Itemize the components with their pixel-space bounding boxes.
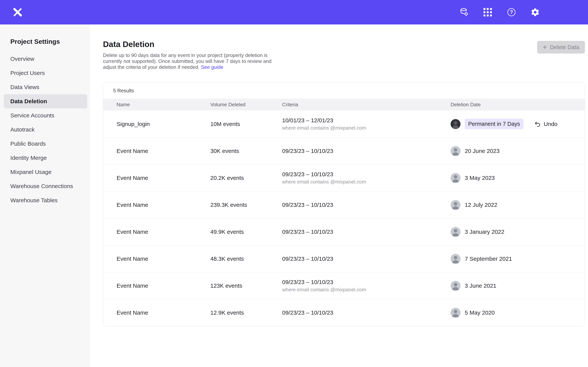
volume-deleted: 10M events <box>210 121 282 127</box>
event-name: Event Name <box>117 148 210 154</box>
sidebar-item-project-users[interactable]: Project Users <box>4 66 87 80</box>
volume-deleted: 12.9K events <box>210 309 282 316</box>
sidebar-title: Project Settings <box>10 38 90 45</box>
status-badge: Permanent in 7 Days <box>465 119 524 129</box>
sidebar-item-public-boards[interactable]: Public Boards <box>4 137 87 151</box>
topbar: ? <box>0 0 588 25</box>
criteria-range: 09/23/23 – 10/10/23 <box>282 202 450 208</box>
mixpanel-logo-icon <box>12 7 23 17</box>
event-name: Event Name <box>117 202 210 208</box>
event-name: Event Name <box>117 175 210 181</box>
volume-deleted: 30K events <box>210 148 282 154</box>
criteria-range: 09/23/23 – 10/10/23 <box>282 309 450 316</box>
criteria-range: 10/01/23 – 12/01/23 <box>282 117 450 124</box>
sidebar-item-identity-merge[interactable]: Identity Merge <box>4 151 87 165</box>
avatar <box>450 173 460 183</box>
results-card: 5 Results Name Volume Deleted Criteria D… <box>103 82 585 326</box>
column-header-criteria: Criteria <box>282 102 450 108</box>
table-row: Event Name 12.9K events 09/23/23 – 10/10… <box>103 299 585 326</box>
avatar <box>450 281 460 291</box>
topbar-icons: ? <box>459 7 540 17</box>
avatar <box>450 200 460 210</box>
table-row: Event Name 123K events 09/23/23 – 10/10/… <box>103 272 585 299</box>
deletion-date: 5 May 2020 <box>465 309 495 316</box>
volume-deleted: 49.9K events <box>210 229 282 235</box>
undo-button[interactable]: Undo <box>534 121 558 127</box>
criteria-range: 09/23/23 – 10/10/23 <box>282 171 450 178</box>
sidebar-item-overview[interactable]: Overview <box>4 52 87 66</box>
criteria-filter: where email contains @mixpanel.com <box>282 179 450 185</box>
avatar <box>450 146 460 156</box>
data-management-icon[interactable] <box>459 7 469 17</box>
volume-deleted: 20.2K events <box>210 175 282 181</box>
criteria-filter: where email contains @mixpanel.com <box>282 287 450 293</box>
column-header-volume: Volume Deleted <box>210 102 282 108</box>
event-name: Event Name <box>117 309 210 316</box>
criteria-range: 09/23/23 – 10/10/23 <box>282 279 450 285</box>
column-header-deletion-date: Deletion Date <box>450 102 571 108</box>
event-name: Event Name <box>117 256 210 262</box>
sidebar-nav: Overview Project Users Data Views Data D… <box>0 52 90 207</box>
volume-deleted: 123K events <box>210 283 282 289</box>
settings-icon[interactable] <box>530 7 540 17</box>
event-name: Event Name <box>117 229 210 235</box>
criteria-range: 09/23/23 – 10/10/23 <box>282 256 450 262</box>
deletion-date: 20 June 2023 <box>465 148 500 154</box>
see-guide-link[interactable]: See guide <box>201 64 223 70</box>
avatar <box>450 308 460 318</box>
sidebar-item-data-deletion[interactable]: Data Deletion <box>4 94 87 108</box>
sidebar-item-warehouse-connections[interactable]: Warehouse Connections <box>4 179 87 193</box>
criteria-filter: where email contains @mixpanel.com <box>282 125 450 131</box>
delete-data-button[interactable]: + Delete Data <box>537 41 585 53</box>
results-count: 5 Results <box>103 83 585 99</box>
table-row: Signup_login 10M events 10/01/23 – 12/01… <box>103 110 585 137</box>
table-header-row: Name Volume Deleted Criteria Deletion Da… <box>103 99 585 110</box>
deletion-date: 7 September 2021 <box>465 256 512 262</box>
undo-icon <box>534 121 541 127</box>
deletion-date: 3 January 2022 <box>465 229 504 235</box>
avatar <box>450 119 460 129</box>
table-row: Event Name 239.3K events 09/23/23 – 10/1… <box>103 191 585 218</box>
avatar <box>450 227 460 237</box>
criteria-range: 09/23/23 – 10/10/23 <box>282 229 450 235</box>
sidebar: Project Settings Overview Project Users … <box>0 25 90 367</box>
plus-icon: + <box>543 44 547 51</box>
sidebar-item-warehouse-tables[interactable]: Warehouse Tables <box>4 193 87 207</box>
volume-deleted: 239.3K events <box>210 202 282 208</box>
table-row: Event Name 49.9K events 09/23/23 – 10/10… <box>103 218 585 245</box>
avatar <box>450 254 460 264</box>
event-name: Event Name <box>117 283 210 289</box>
criteria-range: 09/23/23 – 10/10/23 <box>282 148 450 154</box>
help-icon[interactable]: ? <box>506 7 516 17</box>
table-row: Event Name 20.2K events 09/23/23 – 10/10… <box>103 164 585 191</box>
event-name: Signup_login <box>117 121 210 127</box>
deletion-date: 3 June 2021 <box>465 283 496 289</box>
deletion-date: 3 May 2023 <box>465 175 495 181</box>
sidebar-item-service-accounts[interactable]: Service Accounts <box>4 108 87 123</box>
apps-grid-icon[interactable] <box>483 7 493 17</box>
sidebar-item-data-views[interactable]: Data Views <box>4 80 87 94</box>
column-header-name: Name <box>117 102 210 108</box>
table-row: Event Name 48.3K events 09/23/23 – 10/10… <box>103 245 585 272</box>
deletion-date: 12 July 2022 <box>465 202 497 208</box>
sidebar-item-mixpanel-usage[interactable]: Mixpanel Usage <box>4 165 87 179</box>
sidebar-item-autotrack[interactable]: Autotrack <box>4 123 87 137</box>
table-row: Event Name 30K events 09/23/23 – 10/10/2… <box>103 137 585 164</box>
main-content: Data Deletion Delete up to 90 days data … <box>90 25 588 367</box>
volume-deleted: 48.3K events <box>210 256 282 262</box>
mixpanel-logo[interactable] <box>11 6 24 18</box>
page-description: Delete up to 90 days data for any event … <box>103 52 273 70</box>
page-title: Data Deletion <box>103 40 273 49</box>
